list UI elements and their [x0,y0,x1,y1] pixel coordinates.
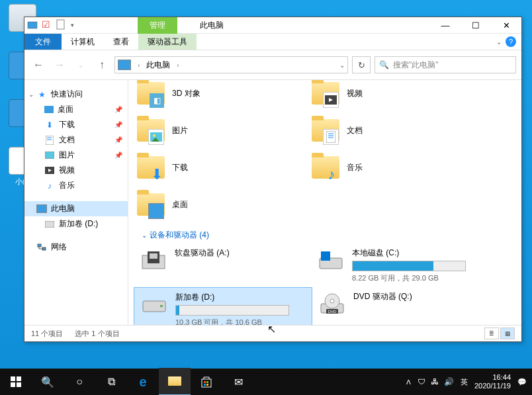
start-button[interactable] [0,369,32,395]
tab-view[interactable]: 查看 [104,34,138,50]
search-icon: 🔍 [379,60,389,69]
svg-rect-36 [17,376,21,381]
up-button[interactable]: ↑ [93,56,111,73]
edge-button[interactable]: e [127,369,159,395]
tab-drive-tools[interactable]: 驱动器工具 [138,34,197,50]
clock-date: 2020/11/19 [474,382,511,390]
nav-new-volume-d[interactable]: 新加卷 (D:) [24,216,128,232]
drive-dvd-q[interactable]: DVD DVD 驱动器 (Q:) [312,287,490,325]
svg-rect-37 [11,382,15,387]
qat-properties-icon[interactable]: ☑ [42,19,54,31]
breadcrumb[interactable]: 此电脑 [146,60,170,71]
drive-icon [44,219,55,230]
drive-local-c[interactable]: 本地磁盘 (C:) 8.22 GB 可用，共 29.0 GB [311,243,488,287]
svg-rect-2 [46,136,54,145]
folder-videos[interactable]: 视频 [308,80,483,112]
qat-dropdown-icon[interactable]: ▾ [71,22,74,28]
maximize-button[interactable]: ☐ [461,17,491,33]
forward-button[interactable]: → [51,56,68,73]
tray-chevron-icon[interactable]: ᐱ [406,378,411,386]
picture-icon [148,129,164,145]
store-button[interactable] [191,369,222,395]
svg-point-16 [153,134,155,137]
svg-rect-27 [321,251,325,255]
nav-quick-access[interactable]: ⌄★快速访问 [24,87,128,102]
address-bar[interactable]: › 此电脑 › ⌄ [114,56,348,73]
nav-network[interactable]: 网络 [24,240,128,255]
svg-rect-1 [57,20,64,29]
document-icon [44,135,55,146]
this-pc-icon [118,60,131,70]
star-icon: ★ [36,89,47,100]
nav-videos[interactable]: 视频 [24,163,128,178]
chevron-right-icon[interactable]: › [138,62,140,69]
qat-new-icon[interactable] [56,19,68,31]
recent-dropdown[interactable]: ⌄ [72,56,89,73]
security-icon[interactable]: 🛡 [418,377,425,386]
taskbar: 🔍 ○ ⧉ e ✉ ᐱ 🛡 🖧 🔊 英 16:44 2020/11/19 💬 [0,369,532,395]
cortana-button[interactable]: ○ [64,369,95,395]
capacity-bar [352,261,466,271]
chevron-down-icon[interactable]: ⌄ [142,232,147,239]
status-item-count: 11 个项目 [31,329,63,339]
network-tray-icon[interactable]: 🖧 [431,377,439,386]
search-button[interactable]: 🔍 [32,369,64,395]
view-large-button[interactable]: ▦ [500,328,515,339]
view-details-button[interactable]: ≣ [484,328,499,339]
drive-new-volume-d[interactable]: 新加卷 (D:) 10.3 GB 可用，共 10.6 GB [134,287,312,325]
nav-downloads[interactable]: ⬇下载📌 [24,117,128,132]
explorer-window: ☑ ▾ 管理 此电脑 — ☐ ✕ 文件 计算机 查看 驱动器工具 ⌄ ? [24,17,522,342]
chevron-right-icon[interactable]: › [177,62,179,69]
folder-downloads[interactable]: ⬇下载 [134,149,308,186]
ribbon-expand-icon[interactable]: ⌄ [496,38,502,46]
folder-documents[interactable]: 文档 [308,112,483,149]
task-view-button[interactable]: ⧉ [95,369,127,395]
volume-icon[interactable]: 🔊 [444,377,454,386]
svg-rect-42 [204,384,206,386]
help-icon[interactable]: ? [506,36,516,47]
nav-desktop[interactable]: 桌面📌 [24,102,128,117]
ime-indicator[interactable]: 英 [461,377,468,387]
nav-music[interactable]: ♪音乐 [24,178,128,193]
clock[interactable]: 16:44 2020/11/19 [474,373,511,390]
svg-point-32 [330,299,334,303]
tab-file[interactable]: 文件 [24,34,62,50]
svg-text:DVD: DVD [328,310,337,314]
folder-desktop[interactable]: 桌面 [134,186,308,223]
action-center-icon[interactable]: 💬 [517,378,527,386]
pin-icon: 📌 [114,121,122,128]
music-icon: ♪ [44,181,55,191]
nav-documents[interactable]: 文档📌 [24,132,128,148]
address-dropdown-icon[interactable]: ⌄ [339,62,345,69]
nav-pictures[interactable]: 图片📌 [24,148,128,163]
navigation-pane: ⌄★快速访问 桌面📌 ⬇下载📌 文档📌 图片📌 视频 ♪音乐 此电脑 新加卷 (… [24,80,128,325]
drive-floppy-a[interactable]: 软盘驱动器 (A:) [134,243,311,287]
document-icon [323,129,339,145]
refresh-button[interactable]: ↻ [352,56,371,73]
close-button[interactable]: ✕ [491,17,521,33]
chevron-down-icon[interactable]: ⌄ [28,91,34,98]
video-icon [323,92,339,108]
mail-button[interactable]: ✉ [222,369,254,395]
tab-computer[interactable]: 计算机 [62,34,104,50]
capacity-bar [175,305,289,316]
contextual-tab-manage[interactable]: 管理 [138,17,177,34]
nav-this-pc[interactable]: 此电脑 [24,201,128,216]
back-button[interactable]: ← [30,56,47,73]
folder-music[interactable]: ♪音乐 [308,149,483,186]
network-icon [36,242,47,253]
dvd-icon: DVD [318,291,347,318]
folder-pictures[interactable]: 图片 [134,112,308,149]
section-devices-drives[interactable]: ⌄设备和驱动器 (4) [134,223,516,243]
app-icon [27,19,39,31]
search-placeholder: 搜索"此电脑" [393,60,439,71]
svg-rect-38 [17,382,21,387]
pin-icon: 📌 [114,152,122,159]
search-input[interactable]: 🔍 搜索"此电脑" [375,56,516,73]
svg-rect-8 [45,221,54,228]
folder-3d-objects[interactable]: ◧3D 对象 [134,80,308,112]
explorer-button[interactable] [159,368,191,395]
minimize-button[interactable]: — [430,17,461,33]
content-pane: ◧3D 对象 视频 图片 文档 ⬇下载 ♪音乐 桌面 ⌄设备和驱动器 (4) [128,80,521,325]
download-icon: ⬇ [44,120,55,130]
